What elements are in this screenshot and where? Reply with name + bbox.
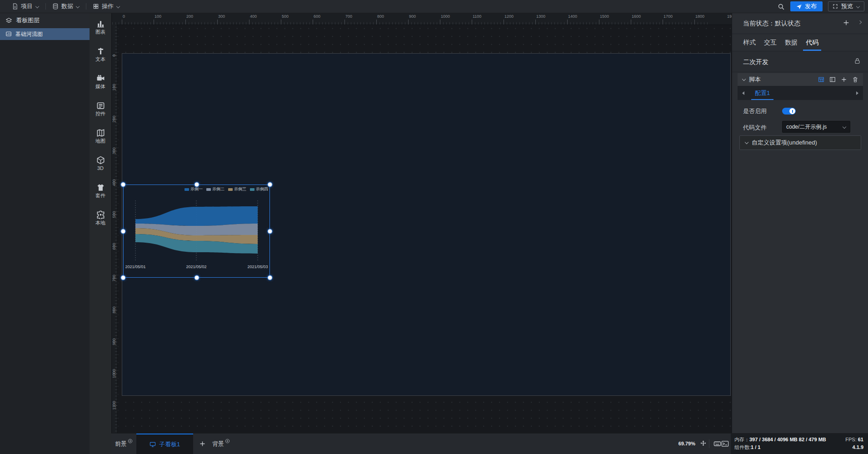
- preview-button[interactable]: 预览: [828, 1, 864, 11]
- add-foreground-icon[interactable]: [128, 439, 133, 444]
- tool-kit[interactable]: 套件: [90, 183, 111, 204]
- tool-map[interactable]: 地图: [90, 129, 111, 150]
- resize-handle[interactable]: [268, 276, 272, 280]
- table-icon[interactable]: [818, 76, 824, 83]
- tab-样式[interactable]: 样式: [743, 34, 756, 51]
- config-tabs: 样式交互数据代码: [732, 34, 868, 51]
- chevron-right-icon[interactable]: [858, 20, 862, 24]
- layer-item-river-chart[interactable]: 基础河流图: [0, 28, 90, 40]
- enable-toggle[interactable]: [782, 108, 796, 115]
- components-label: 组件数:: [734, 444, 751, 450]
- resize-handle[interactable]: [121, 229, 125, 233]
- bottom-bar: 前景 子看板1 背景 69.79% 内存：397 / 3684 / 4096 M…: [111, 433, 868, 454]
- lock-icon[interactable]: [854, 58, 861, 65]
- fps-value: 61: [858, 437, 863, 442]
- resize-handle[interactable]: [268, 229, 272, 233]
- search-icon[interactable]: [777, 3, 785, 10]
- tab-数据[interactable]: 数据: [785, 34, 798, 51]
- chevron-down-icon: [742, 78, 746, 81]
- ruler-label: 400: [111, 176, 117, 190]
- tool-chart[interactable]: 图表: [90, 20, 111, 40]
- ruler-label: 300: [111, 144, 117, 158]
- resize-handle[interactable]: [121, 276, 125, 280]
- resize-handle[interactable]: [195, 183, 199, 187]
- chevron-down-icon: [843, 125, 846, 129]
- ruler-label: 1100: [111, 399, 117, 412]
- subboard-tab-label: 子看板1: [159, 440, 180, 449]
- version-number: 4.1.9: [853, 444, 863, 451]
- config-tab-1[interactable]: 配置1: [751, 86, 773, 100]
- ruler-label: 600: [111, 239, 117, 253]
- menu-grid[interactable]: 操作: [86, 0, 126, 13]
- memory-value: 397 / 3684 / 4096 MB 82 / 479 MB: [749, 437, 826, 442]
- subboard-tab[interactable]: 子看板1: [136, 434, 193, 454]
- menu-database[interactable]: 数据: [46, 0, 86, 13]
- publish-button[interactable]: 发布: [790, 1, 823, 11]
- resize-handle[interactable]: [268, 183, 272, 187]
- fit-screen-icon[interactable]: [699, 440, 707, 448]
- ruler-label: 1800: [695, 14, 704, 19]
- trash-icon[interactable]: [852, 76, 858, 83]
- tab-交互[interactable]: 交互: [764, 34, 777, 51]
- resize-handle[interactable]: [195, 276, 199, 280]
- script-config-tabstrip: 配置1: [738, 86, 863, 100]
- local-icon: [96, 210, 105, 219]
- tool-label: 套件: [95, 193, 105, 198]
- layout-columns-icon[interactable]: [829, 76, 836, 83]
- code-file-select[interactable]: code/二开示例.js: [782, 121, 850, 133]
- layer-item-label: 基础河流图: [15, 30, 43, 38]
- custom-settings-section[interactable]: 自定义设置项(undefined): [739, 135, 861, 150]
- chart-layer-icon: [5, 31, 12, 37]
- tool-widget[interactable]: 控件: [90, 101, 111, 122]
- map-icon: [96, 129, 105, 137]
- widget-icon: [96, 101, 105, 110]
- dev-section-header[interactable]: 二次开发: [732, 51, 868, 72]
- ruler-label: 1100: [473, 14, 481, 19]
- ruler-label: 800: [377, 14, 384, 19]
- components-value: 1 / 1: [751, 444, 760, 450]
- text-icon: [96, 47, 105, 55]
- kit-icon: [96, 183, 105, 192]
- state-header: 当前状态：默认状态: [732, 13, 868, 34]
- plus-icon[interactable]: [841, 76, 847, 83]
- ruler-label: 0: [123, 14, 125, 19]
- tool-media[interactable]: 媒体: [90, 74, 111, 95]
- dev-section-title: 二次开发: [743, 58, 768, 66]
- ruler-label: 1400: [568, 14, 577, 19]
- tool-label: 本地: [95, 220, 105, 225]
- menu-document[interactable]: 项目: [5, 0, 45, 13]
- tool-local[interactable]: 本地: [90, 210, 111, 231]
- next-config-arrow[interactable]: [856, 91, 858, 95]
- ruler-label: 400: [250, 14, 257, 19]
- add-background-icon[interactable]: [225, 439, 230, 444]
- background-tab[interactable]: 背景: [212, 434, 230, 454]
- zoom-percentage[interactable]: 69.79%: [678, 441, 695, 446]
- tool-text[interactable]: 文本: [90, 47, 111, 68]
- ruler-label: 300: [218, 14, 225, 19]
- ruler-label: 200: [111, 112, 117, 126]
- terminal-icon[interactable]: [721, 440, 729, 448]
- script-section-header[interactable]: 脚本: [738, 73, 863, 86]
- editor-canvas[interactable]: 0100200300400500600700800900100011001200…: [111, 13, 732, 433]
- tab-代码[interactable]: 代码: [806, 34, 818, 51]
- ruler-label: 1000: [111, 367, 117, 380]
- monitor-icon: [150, 441, 156, 448]
- chevron-down-icon[interactable]: [856, 5, 860, 8]
- keyboard-icon[interactable]: [713, 440, 722, 448]
- ruler-label: 1900: [727, 14, 732, 19]
- ruler-label: 500: [111, 208, 117, 221]
- chevron-down-icon: [116, 5, 120, 8]
- add-board-button[interactable]: [195, 434, 209, 454]
- publish-label: 发布: [805, 2, 817, 10]
- ruler-label: 100: [111, 80, 117, 94]
- toggle-knob: [789, 108, 795, 114]
- fps-label: FPS:: [845, 437, 856, 442]
- resize-handle[interactable]: [121, 183, 125, 187]
- add-state-icon[interactable]: [843, 19, 850, 26]
- foreground-label: 前景: [115, 440, 127, 448]
- tool-cube[interactable]: 3D: [90, 156, 111, 177]
- prev-config-arrow[interactable]: [742, 91, 744, 95]
- foreground-tab[interactable]: 前景: [115, 434, 133, 454]
- horizontal-ruler: 0100200300400500600700800900100011001200…: [111, 13, 732, 25]
- themeriver-chart-component[interactable]: 示例一示例二示例三示例四 2021/05/012021/05/022021/05…: [123, 185, 270, 278]
